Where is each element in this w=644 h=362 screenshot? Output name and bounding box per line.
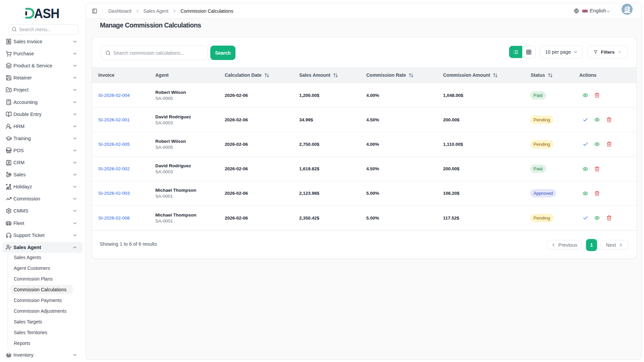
svg-text:ASH: ASH — [34, 8, 59, 19]
